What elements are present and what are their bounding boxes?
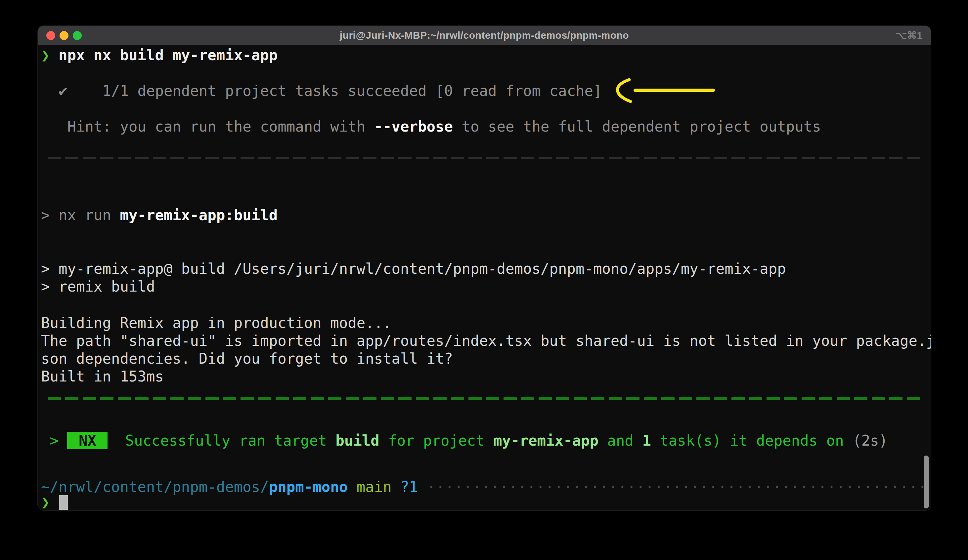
check-icon: ✔	[41, 82, 67, 99]
terminal-screen[interactable]: ❯ npx nx build my-remix-app ✔ 1/1 depend…	[38, 45, 931, 510]
terminal-window: juri@Juri-Nx-MBP:~/nrwl/content/pnpm-dem…	[38, 26, 931, 510]
yellow-arrow-annotation	[609, 78, 721, 106]
success-text: and	[598, 432, 642, 449]
git-status: ?1	[400, 478, 418, 495]
success-timing: (2s)	[852, 432, 888, 449]
hint-text-pre: Hint: you can run the command with	[41, 118, 374, 135]
success-text: for project	[380, 432, 493, 449]
titlebar[interactable]: juri@Juri-Nx-MBP:~/nrwl/content/pnpm-dem…	[38, 26, 931, 45]
build-output-line: The path "shared-ui" is imported in app/…	[41, 332, 928, 350]
build-output-line: son dependencies. Did you forget to inst…	[41, 350, 928, 368]
active-prompt-line[interactable]: ❯	[41, 493, 928, 510]
nx-run-line: > nx run my-remix-app:build	[41, 206, 928, 224]
success-task-count: 1	[642, 432, 651, 449]
build-output-line: Built in 153ms	[41, 368, 928, 385]
cwd-repo: pnpm-mono	[269, 478, 348, 495]
tab-shortcut-badge: ⌥⌘1	[895, 26, 922, 45]
success-text: task(s) it depends on	[651, 432, 852, 449]
separator-dashed-green	[48, 397, 921, 400]
window-title: juri@Juri-Nx-MBP:~/nrwl/content/pnpm-dem…	[38, 30, 931, 41]
cwd-path: ~/nrwl/content/pnpm-demos/	[41, 478, 269, 495]
nx-run-target: my-remix-app:build	[120, 206, 278, 223]
success-target: build	[335, 432, 379, 449]
nx-run-prefix: > nx run	[41, 206, 120, 223]
command-text: npx nx build my-remix-app	[58, 46, 278, 63]
separator-dashed-gray	[48, 157, 921, 159]
success-project: my-remix-app	[493, 432, 598, 449]
nx-badge: NX	[67, 432, 108, 449]
pkg-build-line: > my-remix-app@ build /Users/juri/nrwl/c…	[41, 260, 928, 278]
text-cursor	[59, 495, 68, 510]
success-text: Successfully ran target	[108, 432, 335, 449]
build-output-line: Building Remix app in production mode...	[41, 314, 928, 332]
success-line: > NX Successfully ran target build for p…	[41, 432, 928, 449]
prompt-filler-dots: ········································…	[418, 478, 927, 495]
command-line: ❯ npx nx build my-remix-app	[41, 46, 928, 64]
hint-line: Hint: you can run the command with --ver…	[41, 118, 928, 135]
hint-text-post: to see the full dependent project output…	[453, 118, 821, 135]
git-branch: main	[348, 478, 400, 495]
scrollbar-thumb[interactable]	[924, 456, 929, 509]
tasks-succeeded-line: ✔ 1/1 dependent project tasks succeeded …	[41, 82, 928, 100]
remix-build-line: > remix build	[41, 278, 928, 296]
prompt-chevron-icon: ❯	[41, 46, 58, 63]
verbose-flag: --verbose	[374, 118, 453, 135]
success-arrow: >	[41, 432, 67, 449]
tasks-succeeded-text: 1/1 dependent project tasks succeeded [0…	[67, 82, 602, 99]
prompt-chevron-icon: ❯	[41, 494, 50, 510]
